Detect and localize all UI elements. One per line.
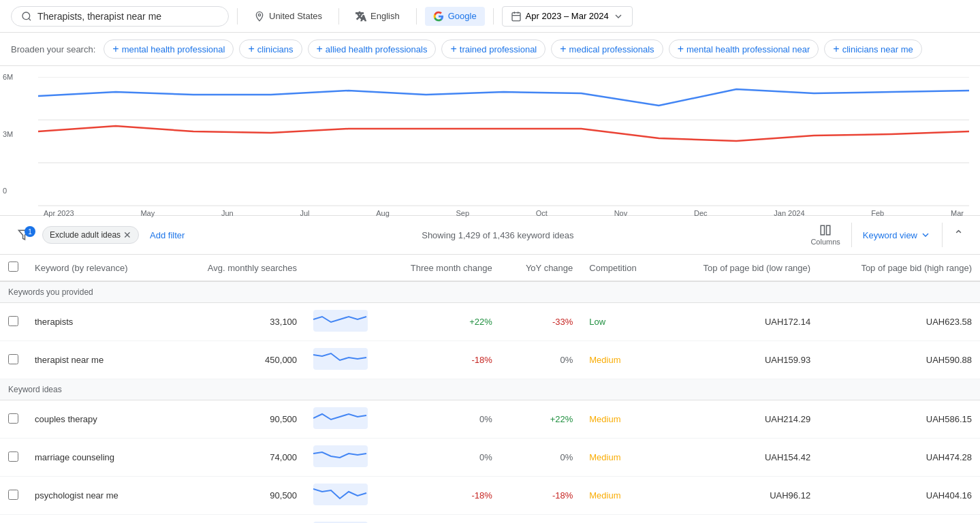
header-select-all[interactable] — [0, 255, 27, 281]
svg-line-1 — [29, 18, 31, 20]
table-header-row: Keyword (by relevance) Avg. monthly sear… — [0, 255, 980, 281]
exclude-adult-chip[interactable]: Exclude adult ideas ✕ — [42, 226, 139, 244]
svg-rect-16 — [313, 407, 368, 429]
y-label-3m: 3M — [3, 130, 25, 138]
exclude-chip-close[interactable]: ✕ — [123, 229, 131, 240]
date-range-button[interactable]: Apr 2023 – Mar 2024 — [502, 6, 633, 27]
x-label-jul: Jul — [300, 209, 309, 217]
competition-cell: Medium — [581, 477, 661, 515]
x-label-nov: Nov — [614, 209, 628, 217]
sparkline-cell — [305, 341, 376, 379]
row-checkbox[interactable] — [8, 316, 18, 326]
svg-rect-13 — [827, 225, 830, 235]
broaden-chip-6[interactable]: + clinicians near me — [824, 39, 921, 59]
header-avg-searches[interactable]: Avg. monthly searches — [171, 255, 305, 281]
avg-searches-cell: 33,100 — [171, 303, 305, 341]
avg-searches-cell: 74,000 — [171, 439, 305, 477]
sparkline-cell — [305, 303, 376, 341]
collapse-button[interactable]: ⌃ — [948, 225, 969, 245]
three-month-cell: -18% — [376, 515, 501, 524]
x-label-feb: Feb — [871, 209, 884, 217]
header-three-month[interactable]: Three month change — [376, 255, 501, 281]
row-checkbox[interactable] — [8, 354, 18, 364]
keyword-cell: couples therapy — [27, 400, 171, 439]
bid-low-cell: UAH154.42 — [662, 439, 819, 477]
plus-icon-3: + — [450, 43, 456, 55]
keyword-cell: therapists — [27, 303, 171, 341]
keyword-cell: couples therapy near me — [27, 515, 171, 524]
table-row: marriage counseling74,0000%0%MediumUAH15… — [0, 439, 980, 477]
svg-rect-18 — [313, 484, 368, 505]
plus-icon-1: + — [248, 43, 254, 55]
chart-area: 6M 3M 0 Apr 2023 May Jun Jul Aug Sep Oct… — [0, 66, 980, 216]
chart-svg — [38, 77, 969, 206]
broaden-chip-2[interactable]: + allied health professionals — [308, 39, 437, 59]
x-label-jun: Jun — [221, 209, 234, 217]
table-row: therapists33,100+22%-33%LowUAH172.14UAH6… — [0, 303, 980, 341]
header-keyword[interactable]: Keyword (by relevance) — [27, 255, 171, 281]
location-button[interactable]: United States — [246, 7, 330, 26]
header-yoy[interactable]: YoY change — [501, 255, 582, 281]
location-icon — [254, 11, 265, 22]
competition-cell: Low — [581, 303, 661, 341]
three-month-cell: -18% — [376, 341, 501, 379]
sparkline-cell — [305, 400, 376, 439]
chart-y-labels: 6M 3M 0 — [0, 73, 27, 195]
x-label-may: May — [140, 209, 155, 217]
select-all-checkbox[interactable] — [8, 262, 18, 272]
filter-badge: 1 — [25, 226, 35, 237]
header-bid-low[interactable]: Top of page bid (low range) — [662, 255, 819, 281]
search-box[interactable] — [11, 6, 229, 27]
keyword-view-button[interactable]: Keyword view — [857, 225, 936, 244]
svg-rect-3 — [512, 12, 520, 20]
sparkline-cell — [305, 439, 376, 477]
network-label: Google — [448, 11, 477, 21]
three-month-cell: +22% — [376, 303, 501, 341]
x-label-oct: Oct — [536, 209, 548, 217]
competition-cell: Medium — [581, 439, 661, 477]
x-label-jan: Jan 2024 — [774, 209, 804, 217]
row-checkbox[interactable] — [8, 490, 18, 500]
x-label-mar: Mar — [951, 209, 964, 217]
section-header-ideas: Keyword ideas — [0, 379, 980, 400]
row-checkbox[interactable] — [8, 451, 18, 462]
header-competition[interactable]: Competition — [581, 255, 661, 281]
sparkline-cell — [305, 515, 376, 524]
network-button[interactable]: Google — [425, 7, 485, 26]
broaden-label: Broaden your search: — [11, 44, 95, 54]
broaden-chip-3[interactable]: + trained professional — [441, 39, 546, 59]
plus-icon-4: + — [560, 43, 566, 55]
header-sparkline — [305, 255, 376, 281]
bid-high-cell: UAH590.88 — [819, 341, 980, 379]
showing-text: Showing 1,429 of 1,436 keyword ideas — [195, 230, 800, 240]
bid-high-cell: UAH586.15 — [819, 400, 980, 439]
broaden-chip-label-5: mental health professional near — [686, 44, 810, 54]
broaden-chip-5[interactable]: + mental health professional near — [669, 39, 819, 59]
avg-searches-cell: 450,000 — [171, 341, 305, 379]
broaden-chip-4[interactable]: + medical professionals — [551, 39, 663, 59]
keywords-table: Keyword (by relevance) Avg. monthly sear… — [0, 255, 980, 523]
svg-rect-17 — [313, 445, 368, 467]
svg-rect-14 — [313, 310, 368, 332]
row-checkbox[interactable] — [8, 413, 18, 424]
filter-button[interactable]: 1 — [11, 225, 37, 245]
bid-low-cell: UAH96.12 — [662, 477, 819, 515]
broaden-chip-label-6: clinicians near me — [842, 44, 913, 54]
keyword-cell: psychologist near me — [27, 477, 171, 515]
broaden-chip-0[interactable]: + mental health professional — [104, 39, 234, 59]
broaden-chip-1[interactable]: + clinicians — [239, 39, 302, 59]
x-label-aug: Aug — [376, 209, 390, 217]
svg-rect-12 — [821, 225, 824, 235]
date-range-label: Apr 2023 – Mar 2024 — [526, 11, 609, 21]
columns-icon — [819, 224, 832, 236]
competition-cell: Medium — [581, 400, 661, 439]
translate-icon — [355, 11, 366, 22]
columns-button[interactable]: Columns — [805, 221, 845, 249]
y-label-0: 0 — [3, 187, 25, 195]
search-input[interactable] — [37, 11, 215, 22]
header-bid-high[interactable]: Top of page bid (high range) — [819, 255, 980, 281]
language-button[interactable]: English — [347, 7, 408, 26]
x-label-apr: Apr 2023 — [44, 209, 74, 217]
add-filter-button[interactable]: Add filter — [144, 226, 190, 244]
plus-icon-5: + — [678, 43, 684, 55]
